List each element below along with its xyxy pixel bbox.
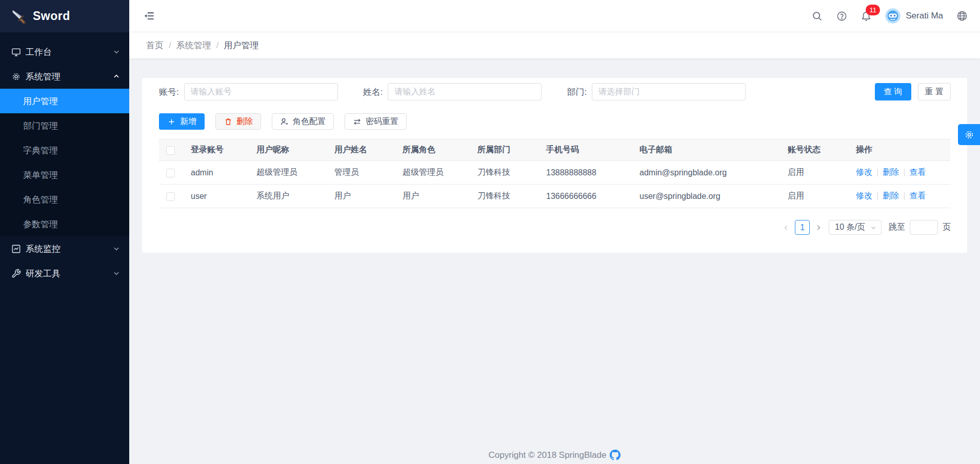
- cell-nickname: 系统用户: [247, 185, 325, 208]
- username: Serati Ma: [906, 11, 943, 21]
- row-checkbox[interactable]: [166, 192, 175, 201]
- app-title: Sword: [33, 9, 70, 23]
- breadcrumb-system-management[interactable]: 系统管理: [176, 39, 211, 51]
- sidebar-item-user-management[interactable]: 用户管理: [0, 89, 129, 113]
- jump-suffix-label: 页: [943, 222, 951, 233]
- cell-status: 启用: [778, 185, 847, 208]
- link-divider: |: [876, 191, 878, 200]
- view-link[interactable]: 查看: [909, 191, 926, 200]
- edit-link[interactable]: 修改: [856, 168, 872, 176]
- cell-actions: 修改|删除|查看: [847, 161, 950, 185]
- sidebar-item-label: 工作台: [26, 46, 113, 58]
- user-management-card: 账号: 姓名: 部门: 查 询 重 置: [142, 78, 967, 253]
- app-window: Sword 工作台 系统管理: [0, 0, 980, 464]
- menu-fold-icon[interactable]: [143, 9, 156, 23]
- avatar: [885, 8, 901, 24]
- page-size-select[interactable]: 10 条/页: [829, 220, 882, 235]
- sidebar: Sword 工作台 系统管理: [0, 0, 129, 464]
- user-menu[interactable]: Serati Ma: [885, 8, 943, 24]
- chevron-down-icon: [113, 270, 120, 277]
- notification-badge: 11: [866, 5, 880, 15]
- row-checkbox[interactable]: [166, 169, 175, 177]
- password-reset-button[interactable]: 密码重置: [345, 113, 407, 130]
- breadcrumb-home[interactable]: 首页: [146, 39, 164, 51]
- select-all-checkbox[interactable]: [166, 146, 175, 155]
- name-input[interactable]: [388, 83, 542, 100]
- sidebar-item-menu-management[interactable]: 菜单管理: [0, 163, 129, 187]
- breadcrumb: 首页 / 系统管理 / 用户管理: [129, 32, 980, 58]
- help-icon[interactable]: [836, 10, 847, 22]
- col-nickname: 用户昵称: [247, 139, 325, 161]
- sidebar-item-system-management[interactable]: 系统管理: [0, 64, 129, 89]
- jump-page-input[interactable]: [910, 220, 938, 235]
- sidebar-item-dev-tools[interactable]: 研发工具: [0, 261, 129, 286]
- sidebar-item-label: 菜单管理: [23, 169, 58, 181]
- delete-link[interactable]: 删除: [883, 168, 899, 176]
- breadcrumb-current: 用户管理: [224, 39, 258, 51]
- col-role: 所属角色: [393, 139, 468, 161]
- next-page-icon[interactable]: [815, 224, 822, 231]
- add-button[interactable]: 新增: [159, 113, 205, 130]
- notifications-bell[interactable]: 11: [861, 10, 872, 22]
- role-config-button[interactable]: 角色配置: [272, 113, 334, 130]
- github-icon[interactable]: [610, 450, 621, 460]
- search-icon[interactable]: [811, 10, 823, 22]
- cell-account: user: [182, 185, 247, 208]
- name-field-group: 姓名:: [363, 83, 542, 100]
- trash-icon: [224, 117, 232, 126]
- sidebar-item-label: 角色管理: [23, 194, 58, 206]
- plus-icon: [167, 117, 176, 126]
- cell-actions: 修改|删除|查看: [847, 185, 950, 208]
- delete-button[interactable]: 删除: [215, 113, 261, 130]
- cell-name: 管理员: [325, 161, 393, 185]
- cell-phone: 13888888888: [537, 161, 630, 185]
- search-form-buttons: 查 询 重 置: [875, 83, 951, 100]
- edit-link[interactable]: 修改: [856, 191, 872, 200]
- page-footer: Copyright © 2018 SpringBlade: [129, 450, 980, 460]
- delete-link[interactable]: 删除: [883, 191, 899, 200]
- prev-page-icon[interactable]: [783, 224, 790, 231]
- account-field-group: 账号:: [159, 83, 338, 100]
- cell-dept: 刀锋科技: [468, 161, 537, 185]
- col-actions: 操作: [847, 139, 950, 161]
- sidebar-item-role-management[interactable]: 角色管理: [0, 187, 129, 212]
- sidebar-item-dictionary-management[interactable]: 字典管理: [0, 138, 129, 163]
- search-button[interactable]: 查 询: [875, 83, 911, 100]
- user-plus-icon: [280, 117, 289, 126]
- sidebar-item-system-monitor[interactable]: 系统监控: [0, 236, 129, 261]
- theme-settings-button[interactable]: [958, 124, 980, 145]
- cell-dept: 刀锋科技: [468, 185, 537, 208]
- col-login-account: 登录账号: [182, 139, 247, 161]
- chevron-down-icon: [870, 225, 876, 231]
- link-divider: |: [876, 168, 878, 176]
- password-reset-label: 密码重置: [366, 116, 398, 127]
- sidebar-item-label: 研发工具: [26, 268, 113, 279]
- account-input[interactable]: [184, 83, 338, 100]
- globe-icon[interactable]: [956, 10, 968, 22]
- sidebar-item-param-management[interactable]: 参数管理: [0, 212, 129, 236]
- cell-phone: 13666666666: [537, 185, 630, 208]
- sidebar-item-department-management[interactable]: 部门管理: [0, 113, 129, 138]
- sidebar-item-workbench[interactable]: 工作台: [0, 39, 129, 64]
- sidebar-item-label: 部门管理: [23, 120, 58, 132]
- reset-button[interactable]: 重 置: [918, 83, 951, 100]
- main-area: 11 Serati Ma 首页 / 系统管理 / 用户管理: [129, 0, 980, 464]
- link-divider: |: [903, 168, 905, 176]
- cell-email: user@springblade.org: [630, 185, 778, 208]
- breadcrumb-separator: /: [216, 41, 219, 51]
- col-email: 电子邮箱: [630, 139, 778, 161]
- col-phone: 手机号码: [537, 139, 630, 161]
- chevron-up-icon: [113, 73, 120, 80]
- department-select[interactable]: [592, 83, 746, 100]
- link-divider: |: [903, 191, 905, 200]
- chevron-down-icon: [113, 245, 120, 252]
- account-label: 账号:: [159, 86, 179, 98]
- page-number[interactable]: 1: [795, 220, 810, 235]
- sidebar-menu: 工作台 系统管理 用户管理 部门管理: [0, 32, 129, 286]
- copyright-text: Copyright © 2018 SpringBlade: [489, 450, 607, 460]
- delete-button-label: 删除: [236, 116, 253, 127]
- col-status: 账号状态: [778, 139, 847, 161]
- logo[interactable]: Sword: [0, 0, 129, 32]
- view-link[interactable]: 查看: [909, 168, 926, 176]
- cell-email: admin@springblade.org: [630, 161, 778, 185]
